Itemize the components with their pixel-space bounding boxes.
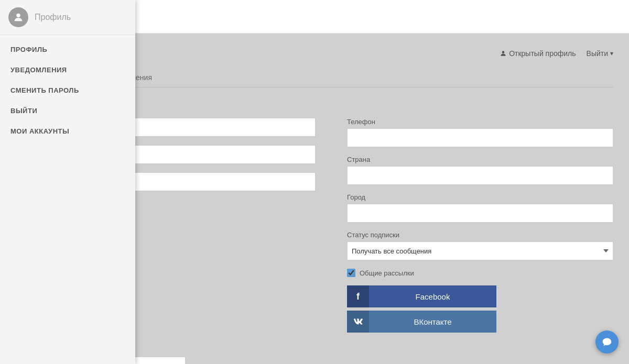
phone-input[interactable] xyxy=(347,128,613,147)
menu-item-notifications[interactable]: УВЕДОМЛЕНИЯ xyxy=(0,60,135,80)
exit-link[interactable]: Выйти ▾ xyxy=(587,49,613,58)
profile-dropdown: Профиль ПРОФИЛЬ УВЕДОМЛЕНИЯ СМЕНИТЬ ПАРО… xyxy=(0,0,135,364)
profile-header: Профиль xyxy=(0,0,135,35)
chevron-down-icon: ▾ xyxy=(610,50,613,57)
chat-button[interactable] xyxy=(595,330,619,354)
open-profile-link[interactable]: Открытый профиль xyxy=(500,49,576,58)
subscription-label: Статус подписки xyxy=(347,231,613,239)
menu-item-logout[interactable]: ВЫЙТИ xyxy=(0,101,135,121)
svg-point-1 xyxy=(16,14,20,17)
phone-group: Телефон xyxy=(347,118,613,147)
profile-menu: ПРОФИЛЬ УВЕДОМЛЕНИЯ СМЕНИТЬ ПАРОЛЬ ВЫЙТИ… xyxy=(0,35,135,146)
phone-label: Телефон xyxy=(347,118,613,126)
form-col-right: Телефон Страна Город Статус подписки Пол… xyxy=(347,118,613,336)
city-group: Город xyxy=(347,193,613,223)
checkbox-group: Общие рассылки xyxy=(347,269,613,277)
country-label: Страна xyxy=(347,156,613,163)
country-input[interactable] xyxy=(347,166,613,185)
page-actions: Открытый профиль Выйти ▾ xyxy=(500,49,613,58)
menu-item-change-password[interactable]: СМЕНИТЬ ПАРОЛЬ xyxy=(0,80,135,101)
vk-connect-button[interactable]: ВКонтакте xyxy=(347,311,496,333)
facebook-icon: f xyxy=(347,285,369,307)
subscription-group: Статус подписки Получать все сообщения xyxy=(347,231,613,260)
general-mailings-label: Общие рассылки xyxy=(360,269,414,277)
avatar xyxy=(8,7,28,27)
vk-label: ВКонтакте xyxy=(369,317,496,326)
facebook-label: Facebook xyxy=(369,292,496,301)
city-label: Город xyxy=(347,193,613,201)
country-group: Страна xyxy=(347,156,613,185)
menu-item-my-accounts[interactable]: МОИ АККАУНТЫ xyxy=(0,121,135,141)
subscription-select[interactable]: Получать все сообщения xyxy=(347,241,613,260)
vk-icon xyxy=(347,311,369,333)
general-mailings-checkbox[interactable] xyxy=(347,269,355,277)
city-input[interactable] xyxy=(347,204,613,223)
facebook-connect-button[interactable]: f Facebook xyxy=(347,285,496,307)
menu-item-profile[interactable]: ПРОФИЛЬ xyxy=(0,39,135,60)
svg-point-2 xyxy=(502,51,505,53)
profile-dropdown-title: Профиль xyxy=(35,13,71,22)
